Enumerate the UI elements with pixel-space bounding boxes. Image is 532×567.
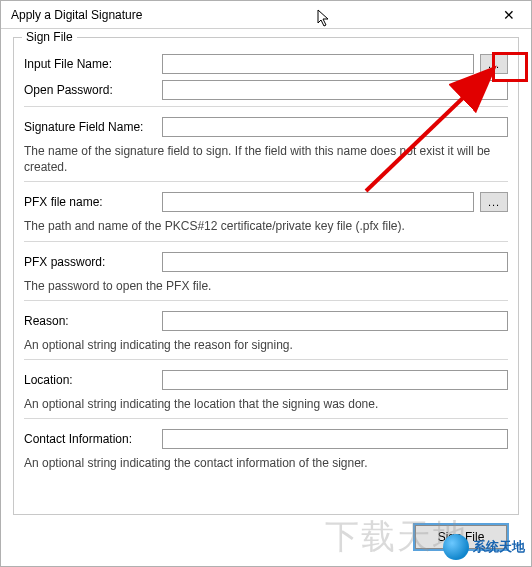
signature-field-help: The name of the signature field to sign.… — [24, 143, 508, 175]
button-bar: Sign File — [13, 515, 519, 549]
pfx-file-browse-button[interactable]: ... — [480, 192, 508, 212]
reason-field[interactable] — [162, 311, 508, 331]
location-field[interactable] — [162, 370, 508, 390]
dialog-content: Sign File Input File Name: ... Open Pass… — [1, 29, 531, 549]
signature-field-input[interactable] — [162, 117, 508, 137]
titlebar: Apply a Digital Signature ✕ — [1, 1, 531, 29]
pfx-file-row: PFX file name: ... — [24, 192, 508, 212]
pfx-password-label: PFX password: — [24, 255, 162, 269]
group-label: Sign File — [22, 30, 77, 44]
pfx-password-field[interactable] — [162, 252, 508, 272]
location-help: An optional string indicating the locati… — [24, 396, 508, 412]
input-file-field[interactable] — [162, 54, 474, 74]
signature-field-row: Signature Field Name: — [24, 117, 508, 137]
pfx-password-row: PFX password: — [24, 252, 508, 272]
separator — [24, 300, 508, 301]
separator — [24, 181, 508, 182]
contact-help: An optional string indicating the contac… — [24, 455, 508, 471]
contact-label: Contact Information: — [24, 432, 162, 446]
signature-field-label: Signature Field Name: — [24, 120, 162, 134]
input-file-label: Input File Name: — [24, 57, 162, 71]
window-title: Apply a Digital Signature — [1, 8, 142, 22]
contact-row: Contact Information: — [24, 429, 508, 449]
open-password-field[interactable] — [162, 80, 508, 100]
pfx-file-field[interactable] — [162, 192, 474, 212]
pfx-file-help: The path and name of the PKCS#12 certifi… — [24, 218, 508, 234]
separator — [24, 359, 508, 360]
reason-row: Reason: — [24, 311, 508, 331]
sign-file-button[interactable]: Sign File — [415, 525, 507, 549]
open-password-row: Open Password: — [24, 80, 508, 100]
close-button[interactable]: ✕ — [487, 1, 531, 29]
input-file-row: Input File Name: ... — [24, 54, 508, 74]
sign-file-group: Sign File Input File Name: ... Open Pass… — [13, 37, 519, 515]
location-label: Location: — [24, 373, 162, 387]
separator — [24, 418, 508, 419]
separator — [24, 106, 508, 107]
reason-label: Reason: — [24, 314, 162, 328]
pfx-password-help: The password to open the PFX file. — [24, 278, 508, 294]
input-file-browse-button[interactable]: ... — [480, 54, 508, 74]
reason-help: An optional string indicating the reason… — [24, 337, 508, 353]
pfx-file-label: PFX file name: — [24, 195, 162, 209]
contact-field[interactable] — [162, 429, 508, 449]
separator — [24, 241, 508, 242]
location-row: Location: — [24, 370, 508, 390]
open-password-label: Open Password: — [24, 83, 162, 97]
